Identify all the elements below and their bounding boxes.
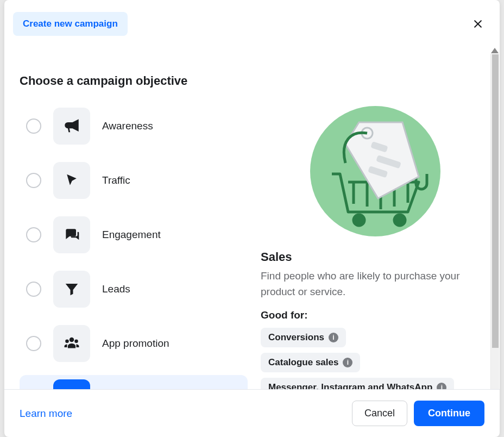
cancel-button[interactable]: Cancel [352, 401, 407, 426]
radio-engagement[interactable] [26, 227, 41, 242]
info-icon[interactable]: i [343, 358, 352, 367]
funnel-icon [53, 271, 90, 308]
svg-point-2 [70, 338, 74, 342]
objective-awareness[interactable]: Awareness [20, 103, 248, 149]
close-button[interactable] [468, 14, 488, 34]
objective-label: Engagement [102, 229, 161, 241]
chip-catalogue-sales[interactable]: Catalogue sales i [261, 353, 360, 372]
objective-traffic[interactable]: Traffic [20, 158, 248, 203]
cursor-icon [53, 162, 90, 199]
radio-app-promotion[interactable] [26, 336, 41, 351]
svg-point-3 [65, 339, 69, 343]
objective-detail-panel: Sales Find people who are likely to purc… [261, 103, 490, 389]
objective-label: Leads [102, 283, 130, 295]
svg-point-7 [394, 215, 405, 226]
chip-label: Conversions [268, 332, 324, 343]
section-title: Choose a campaign objective [20, 74, 490, 88]
objective-label: Awareness [102, 120, 153, 132]
chip-label: Catalogue sales [268, 357, 338, 368]
modal-footer: Learn more Cancel Continue [4, 389, 500, 437]
close-icon [472, 18, 483, 30]
good-for-label: Good for: [261, 309, 490, 321]
objectives-list: Awareness Traffic [20, 103, 248, 389]
chip-label: Messenger, Instagram and WhatsApp [268, 382, 432, 389]
objective-label: Traffic [102, 174, 130, 186]
chip-conversions[interactable]: Conversions i [261, 328, 346, 347]
modal-body: Choose a campaign objective Awareness [4, 48, 500, 389]
objective-sales[interactable]: Sales [20, 375, 248, 389]
objective-leads[interactable]: Leads [20, 266, 248, 312]
megaphone-icon [53, 108, 90, 145]
chip-messenger-instagram-whatsapp[interactable]: Messenger, Instagram and WhatsApp i [261, 378, 454, 389]
info-icon[interactable]: i [437, 383, 446, 389]
campaign-objective-modal: Create new campaign Choose a campaign ob… [4, 0, 500, 437]
objective-label: App promotion [102, 338, 169, 349]
shopping-bag-icon [53, 379, 90, 389]
objective-app-promotion[interactable]: App promotion [20, 321, 248, 366]
good-for-chips: Conversions i Catalogue sales i Messenge… [261, 328, 490, 389]
radio-awareness[interactable] [26, 118, 41, 134]
footer-buttons: Cancel Continue [352, 401, 484, 426]
create-new-campaign-button[interactable]: Create new campaign [13, 12, 128, 36]
sales-illustration [307, 103, 443, 239]
info-icon[interactable]: i [329, 333, 338, 342]
objective-engagement[interactable]: Engagement [20, 212, 248, 258]
svg-point-6 [354, 215, 364, 226]
comments-icon [53, 216, 90, 253]
radio-leads[interactable] [26, 282, 41, 297]
radio-traffic[interactable] [26, 173, 41, 188]
detail-description: Find people who are likely to purchase y… [261, 269, 490, 299]
learn-more-link[interactable]: Learn more [20, 408, 72, 420]
scroll-up-arrow[interactable] [491, 48, 499, 53]
detail-title: Sales [261, 250, 490, 264]
modal-header: Create new campaign [4, 0, 500, 48]
people-icon [53, 325, 90, 362]
scrollbar-thumb[interactable] [492, 54, 499, 348]
svg-point-4 [74, 339, 78, 343]
content-row: Awareness Traffic [20, 103, 490, 389]
continue-button[interactable]: Continue [414, 401, 484, 426]
